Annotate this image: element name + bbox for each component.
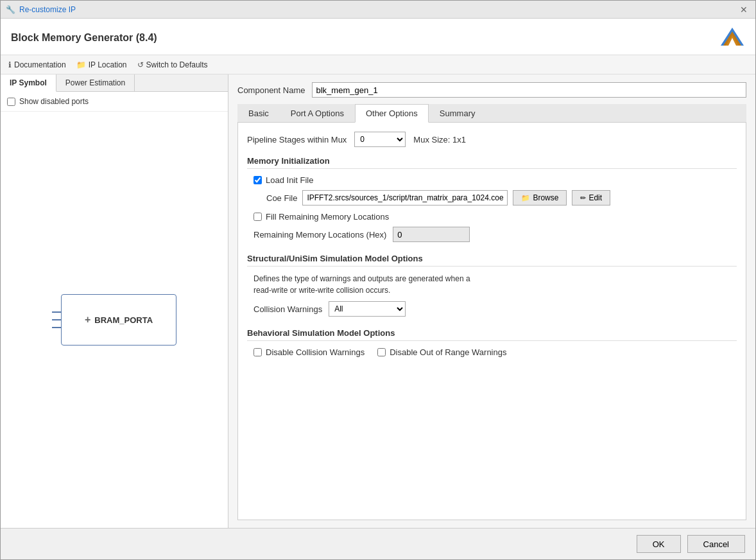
tab-ip-symbol[interactable]: IP Symbol bbox=[1, 74, 56, 92]
structural-desc: Defines the type of warnings and outputs… bbox=[247, 273, 737, 296]
toolbar: ℹ Documentation 📁 IP Location ↺ Switch t… bbox=[1, 55, 755, 74]
component-name-row: Component Name bbox=[237, 82, 746, 98]
tab-port-a[interactable]: Port A Options bbox=[280, 104, 355, 122]
remaining-input[interactable] bbox=[393, 227, 470, 242]
header: Block Memory Generator (8.4) bbox=[1, 19, 755, 55]
bram-symbol: + BRAM_PORTA bbox=[61, 294, 176, 346]
tab-basic[interactable]: Basic bbox=[237, 104, 280, 122]
ip-location-label: IP Location bbox=[89, 60, 127, 69]
port-line-2 bbox=[52, 319, 61, 320]
show-disabled-checkbox[interactable] bbox=[7, 98, 15, 106]
coe-file-label: Coe File bbox=[266, 193, 297, 203]
bottom-bar: OK Cancel bbox=[1, 528, 755, 559]
remaining-row: Remaining Memory Locations (Hex) bbox=[247, 227, 737, 242]
port-line-1 bbox=[52, 311, 61, 313]
edit-icon: ✏ bbox=[580, 194, 586, 202]
behavioral-section: Behavioral Simulation Model Options Disa… bbox=[247, 328, 737, 357]
left-panel-tabs: IP Symbol Power Estimation bbox=[1, 74, 228, 92]
titlebar: 🔧 Re-customize IP ✕ bbox=[1, 1, 755, 19]
load-init-label: Load Init File bbox=[266, 175, 313, 185]
mux-size-label: Mux Size: 1x1 bbox=[413, 135, 466, 144]
documentation-link[interactable]: ℹ Documentation bbox=[8, 60, 66, 69]
memory-init-title: Memory Initialization bbox=[247, 156, 737, 169]
memory-init-section: Memory Initialization Load Init File Coe… bbox=[247, 156, 737, 242]
pipeline-label: Pipeline Stages within Mux bbox=[247, 135, 347, 144]
switch-defaults-label: Switch to Defaults bbox=[146, 60, 208, 69]
bram-name: BRAM_PORTA bbox=[94, 315, 153, 325]
disable-collision-item: Disable Collision Warnings bbox=[253, 347, 365, 357]
tabs-bar: Basic Port A Options Other Options Summa… bbox=[237, 104, 746, 123]
collision-label: Collision Warnings bbox=[253, 304, 322, 314]
disable-range-checkbox[interactable] bbox=[377, 348, 386, 356]
fill-remaining-label: Fill Remaining Memory Locations bbox=[266, 212, 389, 222]
show-disabled-label: Show disabled ports bbox=[19, 97, 89, 106]
pipeline-stages-row: Pipeline Stages within Mux 0 1 2 Mux Siz… bbox=[247, 132, 737, 147]
refresh-icon: ↺ bbox=[137, 60, 144, 69]
xilinx-logo bbox=[719, 26, 745, 49]
collision-row: Collision Warnings All Generate X Only N… bbox=[247, 301, 737, 317]
fill-remaining-row: Fill Remaining Memory Locations bbox=[247, 212, 737, 222]
close-button[interactable]: ✕ bbox=[737, 3, 750, 16]
disable-collision-label: Disable Collision Warnings bbox=[266, 347, 365, 357]
load-init-checkbox[interactable] bbox=[253, 176, 262, 184]
bram-label: + BRAM_PORTA bbox=[85, 314, 153, 326]
browse-icon: 📁 bbox=[521, 194, 530, 202]
component-name-label: Component Name bbox=[237, 85, 305, 95]
structural-title: Structural/UniSim Simulation Model Optio… bbox=[247, 254, 737, 267]
remaining-label: Remaining Memory Locations (Hex) bbox=[253, 230, 386, 240]
bram-container: + BRAM_PORTA bbox=[52, 294, 176, 346]
documentation-label: Documentation bbox=[14, 60, 66, 69]
right-panel: Component Name Basic Port A Options Othe… bbox=[228, 74, 755, 528]
info-icon: ℹ bbox=[8, 60, 12, 69]
tab-power-estimation[interactable]: Power Estimation bbox=[56, 74, 135, 91]
behavioral-title: Behavioral Simulation Model Options bbox=[247, 328, 737, 341]
ip-location-link[interactable]: 📁 IP Location bbox=[76, 60, 127, 69]
dialog: 🔧 Re-customize IP ✕ Block Memory Generat… bbox=[0, 0, 756, 560]
disable-collision-checkbox[interactable] bbox=[253, 348, 262, 356]
coe-file-input[interactable] bbox=[302, 190, 508, 206]
folder-icon: 📁 bbox=[76, 60, 86, 69]
app-icon: 🔧 bbox=[6, 5, 15, 14]
main-content: IP Symbol Power Estimation Show disabled… bbox=[1, 74, 755, 528]
tab-summary[interactable]: Summary bbox=[429, 104, 486, 122]
cancel-button[interactable]: Cancel bbox=[687, 535, 745, 553]
dialog-title: Block Memory Generator (8.4) bbox=[11, 32, 157, 44]
port-line-3 bbox=[52, 327, 61, 328]
coe-file-row: Coe File 📁 Browse ✏ Edit bbox=[247, 190, 737, 206]
pipeline-select[interactable]: 0 1 2 bbox=[354, 132, 406, 147]
browse-button[interactable]: 📁 Browse bbox=[513, 190, 567, 206]
left-panel: IP Symbol Power Estimation Show disabled… bbox=[1, 74, 228, 528]
edit-button[interactable]: ✏ Edit bbox=[572, 190, 610, 206]
collision-select[interactable]: All Generate X Only None bbox=[329, 301, 406, 317]
tab-other-options[interactable]: Other Options bbox=[355, 104, 429, 123]
symbol-area: + BRAM_PORTA bbox=[1, 112, 228, 528]
show-disabled-row: Show disabled ports bbox=[1, 92, 228, 112]
ok-button[interactable]: OK bbox=[637, 535, 681, 553]
component-name-input[interactable] bbox=[312, 82, 747, 98]
load-init-row: Load Init File bbox=[247, 175, 737, 185]
titlebar-title: Re-customize IP bbox=[19, 5, 76, 14]
titlebar-left: 🔧 Re-customize IP bbox=[6, 5, 76, 14]
behavioral-checkboxes: Disable Collision Warnings Disable Out o… bbox=[247, 347, 737, 357]
fill-remaining-checkbox[interactable] bbox=[253, 213, 262, 221]
disable-range-item: Disable Out of Range Warnings bbox=[377, 347, 506, 357]
tab-content-other: Pipeline Stages within Mux 0 1 2 Mux Siz… bbox=[237, 123, 746, 520]
switch-defaults-link[interactable]: ↺ Switch to Defaults bbox=[137, 60, 208, 69]
port-lines-left bbox=[52, 311, 61, 328]
disable-range-label: Disable Out of Range Warnings bbox=[390, 347, 506, 357]
structural-section: Structural/UniSim Simulation Model Optio… bbox=[247, 254, 737, 317]
bram-plus-icon: + bbox=[85, 314, 90, 326]
